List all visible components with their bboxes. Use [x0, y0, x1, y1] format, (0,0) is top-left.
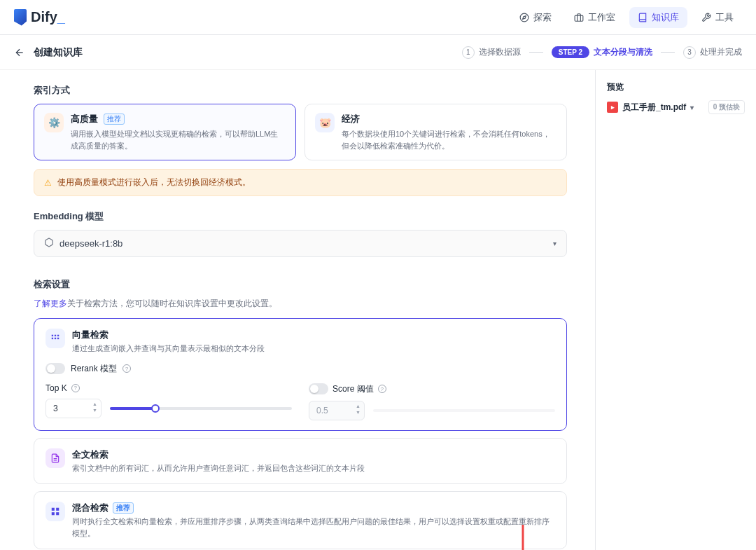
step-connector [661, 52, 675, 53]
nav-label: 探索 [533, 11, 552, 24]
preview-sidebar: 预览 ▸ 员工手册_tm.pdf ▾ 0 预估块 [595, 70, 756, 550]
retrieval-desc: 同时执行全文检索和向量检索，并应用重排序步骤，从两类查询结果中选择匹配用户问题的… [72, 516, 555, 539]
indexing-option-economy[interactable]: 🐷 经济 每个数据块使用10个关键词进行检索，不会消耗任何tokens，但会以降… [304, 104, 567, 160]
nav-knowledge[interactable]: 知识库 [629, 7, 687, 28]
step-3: 3 处理并完成 [683, 46, 742, 59]
book-icon [638, 13, 648, 22]
chevron-down-icon: ▾ [553, 240, 556, 247]
svg-rect-9 [57, 338, 59, 339]
tool-icon [701, 13, 711, 22]
svg-rect-13 [56, 508, 59, 511]
piggy-icon: 🐷 [315, 113, 335, 132]
stepper-down-icon[interactable]: ▼ [355, 409, 361, 415]
option-name: 经济 [342, 113, 360, 125]
indexing-option-high-quality[interactable]: ⚙️ 高质量 推荐 调用嵌入模型处理文档以实现更精确的检索，可以帮助LLM生成高… [34, 104, 296, 160]
retrieval-title: 混合检索 推荐 [72, 502, 555, 514]
warning-icon: ⚠ [44, 178, 52, 188]
nav-explore[interactable]: 探索 [511, 7, 560, 28]
topk-label: Top K [46, 383, 67, 393]
help-icon[interactable]: ? [122, 364, 131, 373]
preview-filename: 员工手册_tm.pdf [622, 102, 686, 114]
annotation-arrow-icon [516, 525, 530, 550]
gear-icon: ⚙️ [44, 113, 64, 132]
stepper-up-icon[interactable]: ▲ [355, 403, 361, 409]
score-input[interactable]: 0.5 ▲▼ [309, 401, 365, 420]
retrieval-method-vector[interactable]: 向量检索 通过生成查询嵌入并查询与其向量表示最相似的文本分段 Rerank 模型… [34, 318, 567, 431]
nav-studio[interactable]: 工作室 [566, 7, 624, 28]
step-label: 处理并完成 [700, 46, 742, 58]
option-desc: 每个数据块使用10个关键词进行检索，不会消耗任何tokens，但会以降低检索准确… [342, 128, 556, 151]
embedding-model-select[interactable]: deepseek-r1:8b ▾ [34, 230, 567, 257]
logo-text: Dify_ [31, 9, 65, 25]
step-indicator: 1 选择数据源 STEP 2 文本分段与清洗 3 处理并完成 [462, 46, 742, 59]
svg-rect-7 [52, 338, 53, 339]
step-label: 选择数据源 [479, 46, 521, 58]
briefcase-icon [574, 13, 584, 22]
svg-rect-8 [55, 338, 56, 339]
svg-rect-4 [52, 335, 53, 336]
compass-icon [519, 13, 529, 22]
help-icon[interactable]: ? [71, 384, 80, 392]
grid-icon [46, 329, 65, 348]
nav-label: 工作室 [588, 11, 615, 24]
step-number: 3 [683, 46, 696, 59]
recommended-badge: 推荐 [113, 502, 134, 514]
slider-thumb[interactable] [151, 404, 160, 413]
top-header: Dify_ 探索 工作室 知识库 工具 [0, 0, 756, 35]
chunks-badge: 0 预估块 [708, 100, 745, 114]
selected-model: deepseek-r1:8b [59, 238, 122, 249]
back-arrow-icon[interactable] [14, 47, 25, 58]
topk-slider[interactable] [110, 407, 292, 410]
nav-label: 知识库 [652, 11, 679, 24]
preview-title: 预览 [607, 81, 745, 93]
logo[interactable]: Dify_ [14, 9, 65, 26]
step-number: 1 [462, 46, 475, 59]
preview-file-row[interactable]: ▸ 员工手册_tm.pdf ▾ 0 预估块 [607, 100, 745, 114]
chevron-down-icon: ▾ [690, 104, 694, 111]
stepper-down-icon[interactable]: ▼ [92, 407, 98, 413]
help-icon[interactable]: ? [378, 385, 386, 393]
step-1: 1 选择数据源 [462, 46, 521, 59]
rerank-label: Rerank 模型 [71, 363, 117, 375]
indexing-section-title: 索引方式 [34, 84, 567, 97]
retrieval-description: 了解更多关于检索方法，您可以随时在知识库设置中更改此设置。 [34, 298, 567, 310]
page-title: 创建知识库 [34, 46, 83, 59]
retrieval-title: 全文检索 [72, 448, 365, 461]
warning-alert: ⚠ 使用高质量模式进行嵌入后，无法切换回经济模式。 [34, 169, 567, 196]
step-2: STEP 2 文本分段与清洗 [552, 46, 652, 58]
document-icon [46, 448, 65, 468]
retrieval-desc: 索引文档中的所有词汇，从而允许用户查询任意词汇，并返回包含这些词汇的文本片段 [72, 462, 365, 474]
step-pill: STEP 2 [552, 46, 589, 58]
retrieval-desc: 通过生成查询嵌入并查询与其向量表示最相似的文本分段 [72, 343, 265, 355]
retrieval-method-fulltext[interactable]: 全文检索 索引文档中的所有词汇，从而允许用户查询任意词汇，并返回包含这些词汇的文… [34, 438, 567, 485]
svg-rect-2 [575, 15, 583, 21]
warning-text: 使用高质量模式进行嵌入后，无法切换回经济模式。 [57, 177, 251, 188]
svg-point-0 [520, 13, 528, 22]
logo-icon [14, 9, 27, 26]
score-slider [373, 409, 555, 412]
retrieval-section-title: 检索设置 [34, 278, 567, 291]
cube-icon [44, 238, 54, 249]
svg-rect-15 [56, 512, 59, 515]
option-desc: 调用嵌入模型处理文档以实现更精确的检索，可以帮助LLM生成高质量的答案。 [71, 128, 286, 151]
score-toggle[interactable] [309, 383, 328, 394]
embedding-section-title: Embedding 模型 [34, 210, 567, 223]
step-connector [529, 52, 543, 53]
hybrid-icon [46, 502, 65, 521]
svg-rect-12 [52, 508, 55, 511]
stepper-up-icon[interactable]: ▲ [92, 401, 98, 407]
learn-more-link[interactable]: 了解更多 [34, 298, 67, 308]
svg-marker-1 [523, 15, 526, 19]
svg-rect-5 [55, 335, 56, 336]
nav-menu: 探索 工作室 知识库 工具 [511, 7, 742, 28]
topk-input[interactable]: 3 ▲▼ [46, 399, 102, 418]
nav-label: 工具 [715, 11, 734, 24]
retrieval-title: 向量检索 [72, 329, 265, 341]
option-name: 高质量 [71, 113, 98, 125]
retrieval-method-hybrid[interactable]: 混合检索 推荐 同时执行全文检索和向量检索，并应用重排序步骤，从两类查询结果中选… [34, 491, 567, 549]
nav-tools[interactable]: 工具 [693, 7, 742, 28]
rerank-toggle[interactable] [46, 363, 65, 374]
pdf-icon: ▸ [607, 102, 618, 113]
subheader: 创建知识库 1 选择数据源 STEP 2 文本分段与清洗 3 处理并完成 [0, 35, 756, 70]
svg-rect-14 [52, 512, 55, 515]
